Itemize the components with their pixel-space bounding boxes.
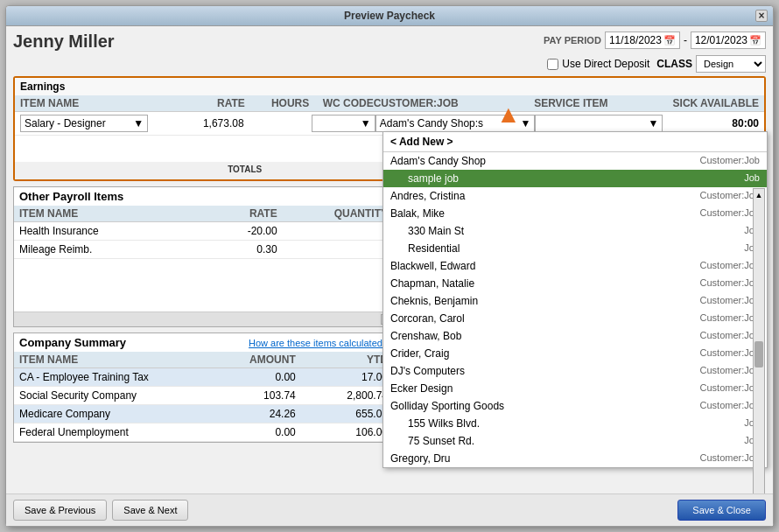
other-col-item: ITEM NAME	[19, 207, 166, 220]
close-button[interactable]: ×	[755, 10, 768, 22]
other-col-rate: RATE	[166, 207, 277, 220]
dropdown-item-name-5: Residential	[390, 242, 460, 255]
dropdown-item-1[interactable]: sample jobJob	[383, 170, 767, 187]
scroll-up-arrow[interactable]: ▲	[754, 189, 765, 201]
earnings-header: Earnings	[15, 78, 764, 95]
summary-title: Company Summary	[19, 336, 126, 349]
dropdown-item-type-6: Customer:Job	[700, 260, 760, 272]
dropdown-item-type-2: Customer:Job	[700, 190, 760, 202]
direct-deposit-label[interactable]: Use Direct Deposit	[547, 58, 649, 70]
totals-text: TOTALS	[184, 164, 306, 177]
other-rate-1: 0.30	[166, 243, 277, 256]
chevron-down-icon: ▼	[133, 117, 144, 130]
dropdown-item-14[interactable]: Golliday Sporting GoodsCustomer:Job	[383, 397, 767, 415]
earnings-wc-dropdown[interactable]: ▼	[312, 115, 375, 132]
summary-amount-3: 0.00	[204, 426, 296, 438]
title-bar: Preview Paycheck ×	[6, 6, 773, 26]
direct-deposit-checkbox[interactable]	[547, 59, 558, 70]
summary-ytd-1: 2,800.74	[296, 389, 388, 402]
left-panel: Other Payroll Items ITEM NAME RATE QUANT…	[13, 186, 394, 443]
dropdown-item-name-2: Andres, Cristina	[390, 190, 465, 202]
customer-job-dropdown[interactable]: < Add New > Adam's Candy ShopCustomer:Jo…	[382, 131, 768, 468]
dropdown-item-name-0: Adam's Candy Shop	[390, 155, 486, 167]
other-item-1: Mileage Reimb.	[19, 243, 166, 256]
dropdown-item-type-10: Customer:Job	[700, 330, 760, 342]
summary-col-ytd: YTD	[296, 354, 388, 366]
dropdown-item-type-14: Customer:Job	[700, 400, 760, 412]
summary-item-2: Medicare Company	[19, 408, 204, 420]
dropdown-item-name-16: 75 Sunset Rd.	[390, 435, 474, 447]
dropdown-item-name-7: Chapman, Natalie	[390, 277, 474, 290]
how-calculated-link[interactable]: How are these items calculated?	[249, 338, 388, 348]
earnings-wc: ▼	[312, 115, 375, 132]
dropdown-item-9[interactable]: Corcoran, CarolCustomer:Job	[383, 310, 767, 327]
earnings-col-item: ITEM NAME	[20, 97, 149, 109]
calendar-icon-start[interactable]: 📅	[663, 35, 676, 46]
footer-buttons: Save & Previous Save & Next Save & Close	[6, 494, 773, 526]
summary-item-0: CA - Employee Training Tax	[19, 371, 204, 383]
dropdown-item-name-17: Gregory, Dru	[390, 452, 450, 465]
dropdown-item-2[interactable]: Andres, CristinaCustomer:Job	[383, 187, 767, 205]
dropdown-item-type-17: Customer:Job	[700, 452, 760, 465]
summary-col-item: ITEM NAME	[19, 354, 204, 366]
chevron-down-icon: ▼	[649, 117, 659, 130]
save-close-button[interactable]: Save & Close	[677, 500, 766, 521]
other-row-0: Health Insurance -20.00	[14, 222, 393, 241]
company-summary-section: Company Summary How are these items calc…	[13, 332, 394, 443]
dropdown-item-type-0: Customer:Job	[700, 155, 760, 167]
dropdown-item-type-3: Customer:Job	[700, 207, 760, 220]
save-next-button[interactable]: Save & Next	[112, 500, 188, 521]
dropdown-item-type-8: Customer:Job	[700, 295, 760, 307]
dropdown-item-8[interactable]: Cheknis, BenjaminCustomer:Job	[383, 292, 767, 310]
dropdown-item-name-13: Ecker Design	[390, 382, 453, 395]
dropdown-item-0[interactable]: Adam's Candy ShopCustomer:Job	[383, 152, 767, 170]
dropdown-item-5[interactable]: ResidentialJob	[383, 240, 767, 257]
dropdown-item-6[interactable]: Blackwell, EdwardCustomer:Job	[383, 257, 767, 275]
save-previous-button[interactable]: Save & Previous	[13, 500, 107, 521]
summary-ytd-0: 17.00	[296, 371, 388, 383]
calendar-icon-end[interactable]: 📅	[749, 35, 761, 46]
dropdown-scrollbar[interactable]: ▲ ▼	[753, 188, 765, 494]
preview-paycheck-window: Preview Paycheck × Jenny Miller PAY PERI…	[5, 5, 774, 527]
scroll-thumb[interactable]	[754, 341, 763, 368]
other-qty-0	[277, 225, 388, 237]
summary-row-2: Medicare Company 24.26 655.01	[14, 405, 393, 424]
summary-header: Company Summary How are these items calc…	[14, 333, 393, 352]
earnings-rate: 1,673.08	[148, 117, 248, 130]
dropdown-item-3[interactable]: Balak, MikeCustomer:Job	[383, 205, 767, 222]
earnings-col-rate: RATE	[149, 97, 245, 109]
employee-name: Jenny Miller	[13, 32, 115, 52]
dropdown-item-7[interactable]: Chapman, NatalieCustomer:Job	[383, 275, 767, 292]
pay-period-start-input[interactable]: 11/18/2023 📅	[605, 32, 680, 49]
dropdown-item-10[interactable]: Crenshaw, BobCustomer:Job	[383, 327, 767, 345]
summary-item-3: Federal Unemployment	[19, 426, 204, 438]
dropdown-item-13[interactable]: Ecker DesignCustomer:Job	[383, 380, 767, 397]
dropdown-item-name-9: Corcoran, Carol	[390, 312, 465, 325]
chevron-down-icon: ▼	[361, 117, 371, 130]
dropdown-item-name-8: Cheknis, Benjamin	[390, 295, 478, 307]
dropdown-item-16[interactable]: 75 Sunset Rd.Job	[383, 432, 767, 450]
earnings-si-dropdown[interactable]: ▼	[535, 115, 663, 132]
dropdown-item-type-9: Customer:Job	[700, 312, 760, 325]
summary-row-3: Federal Unemployment 0.00 106.00	[14, 424, 393, 442]
dropdown-item-4[interactable]: 330 Main StJob	[383, 222, 767, 240]
other-empty	[14, 259, 393, 312]
other-qty-1	[277, 243, 388, 256]
earnings-item-dropdown[interactable]: Salary - Designer ▼	[20, 115, 148, 132]
pay-period-label: PAY PERIOD	[544, 35, 601, 46]
other-row-1: Mileage Reimb. 0.30	[14, 241, 393, 259]
earnings-si: ▼	[535, 115, 663, 132]
dropdown-item-17[interactable]: Gregory, DruCustomer:Job	[383, 450, 767, 467]
class-dropdown[interactable]: Design	[696, 55, 766, 73]
dropdown-list[interactable]: Adam's Candy ShopCustomer:Jobsample jobJ…	[383, 152, 767, 467]
chevron-down-icon: ▼	[520, 117, 530, 130]
dropdown-item-12[interactable]: DJ's ComputersCustomer:Job	[383, 362, 767, 380]
dropdown-add-new[interactable]: < Add New >	[383, 132, 767, 152]
other-col-qty: QUANTITY	[277, 207, 388, 220]
dropdown-item-name-15: 155 Wilks Blvd.	[390, 417, 480, 430]
dropdown-item-11[interactable]: Crider, CraigCustomer:Job	[383, 345, 767, 362]
summary-item-1: Social Security Company	[19, 389, 204, 402]
main-content: Jenny Miller PAY PERIOD 11/18/2023 📅 - 1…	[6, 26, 773, 494]
dropdown-item-15[interactable]: 155 Wilks Blvd.Job	[383, 415, 767, 432]
pay-period-end-input[interactable]: 12/01/2023 📅	[691, 32, 766, 49]
